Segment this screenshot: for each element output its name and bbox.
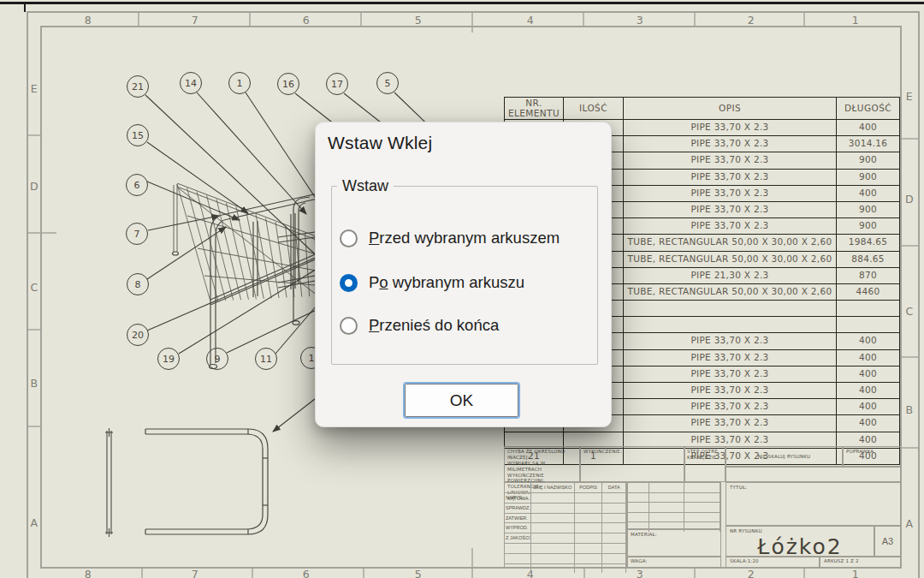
bom-cell [837,317,899,332]
radio-option-label: Przed wybranym arkuszem [369,229,560,247]
extra-cell [628,493,649,503]
signature-cell [505,564,531,574]
bom-cell: 400 [837,350,899,366]
bom-cell: 884.65 [837,252,899,267]
ok-button[interactable]: OK [403,382,520,419]
signature-cell [531,514,575,523]
balloon-8: 8 [127,273,149,295]
leg-foot [173,252,179,255]
bom-cell: 400 [837,399,899,414]
tolerance-notes: CHYBA ŻE OKREŚLONO INACZEJ:WYMIARY SĄ W … [504,446,580,482]
balloon-15: 15 [127,124,149,146]
balloon-16: 16 [277,73,299,95]
bom-cell: 400 [837,120,899,135]
bom-cell: 3014.16 [837,136,899,152]
signature-cell [602,554,626,563]
bom-cell: 400 [837,186,899,201]
extra-cell [628,503,649,512]
radio-option-2[interactable]: Po wybranym arkuszu [340,273,524,292]
signature-cell [531,523,575,533]
signature-cell [602,514,626,523]
signature-cell [505,483,531,492]
bom-cell: PIPE 33,70 X 2.3 [624,333,837,349]
extra-cell [649,513,684,522]
signature-grid: IMIĘ I NAZWISKOPODPISDATANARYS.SPRAWDZ.Z… [504,482,627,568]
signature-cell: Z JAKOŚCI [505,533,531,543]
bom-cell: PIPE 33,70 X 2.3 [624,152,837,168]
signature-cell: DATA [602,483,626,492]
extra-cell [649,503,684,512]
signature-cell: IMIĘ I NAZWISKO [531,483,575,492]
bom-cell: 400 [837,366,899,382]
signature-cell: SPRAWDZ. [505,504,531,513]
drawing-sheet-view: 8765432187654321EDCBAEDCBA [0,0,924,578]
radio-unselected-icon[interactable] [340,317,358,335]
bom-header-len: DŁUGOŚĆ [837,98,899,119]
radio-selected-icon[interactable] [340,274,358,292]
bom-cell: PIPE 33,70 X 2.3 [624,170,837,185]
bom-cell: PIPE 33,70 X 2.3 [624,366,837,382]
signature-cell [531,554,575,563]
signature-cell: WYPROD. [505,523,531,533]
bom-cell [624,317,837,332]
drawing-number-cell: NR RYSUNKU Łóżko2 [726,526,874,557]
deburr-cell: STĘP OSTREKRAWĘDZIE [684,446,726,482]
signature-cell [575,533,603,543]
signature-cell [602,533,626,543]
radio-option-label: Przenieś do końca [369,316,499,335]
balloon-1: 1 [228,72,251,94]
title-block: CHYBA ŻE OKREŚLONO INACZEJ:WYMIARY SĄ W … [504,446,901,568]
signature-cell [505,544,531,553]
bom-cell: TUBE, RECTANGULAR 50,00 X 30,00 X 2,60 [624,284,837,300]
bom-header-opis: OPIS [624,98,837,119]
radio-unselected-icon[interactable] [340,229,358,247]
signature-cell [602,523,626,533]
signature-cell: PODPIS [575,483,603,492]
balloon-14: 14 [180,72,202,94]
signature-cell [575,504,603,513]
balloon-5: 5 [376,72,399,94]
signature-cell [575,523,603,533]
radio-option-3[interactable]: Przenieś do końca [340,316,499,335]
bom-cell: 400 [837,415,899,431]
bom-cell: PIPE 33,70 X 2.3 [624,186,837,201]
bar-side-view [105,428,113,537]
insert-paste-dialog: Wstaw Wklej Wstaw OK Przed wybranym arku… [315,122,612,427]
signature-cell [575,514,603,523]
finish-cell: WYKOŃCZENIE: [580,446,684,482]
signature-cell [531,533,575,543]
bom-cell: PIPE 33,70 X 2.3 [624,415,837,431]
bom-header-qty: ILOŚĆ [564,98,624,119]
scale-cell: SKALA:1:20 [726,557,820,568]
radio-option-1[interactable]: Przed wybranym arkuszem [340,229,560,247]
weight-cell: WAGA: [627,557,721,568]
signature-cell [602,493,626,503]
signature-cell: NARYS. [505,493,531,503]
bom-header-nr: NR. ELEMENTU [505,98,564,119]
u-tube-detail-view [145,429,268,534]
extra-cell [684,493,720,503]
radio-option-label: Po wybranym arkuszu [369,273,524,292]
sheet-count-cell: ARKUSZ 1 Z 2 [820,557,901,568]
balloon-20: 20 [127,324,149,346]
signature-cell [575,554,603,563]
material-cell: MATERIAŁ: [627,529,721,557]
bom-cell: PIPE 33,70 X 2.3 [624,218,837,234]
bom-cell: 870 [837,268,899,283]
extra-cell [684,513,720,522]
bom-row-20: PIPE 33,70 X 2.3400 [505,432,899,448]
dialog-title: Wstaw Wklej [328,133,432,153]
bom-header-row: NR. ELEMENTU ILOŚĆ OPIS DŁUGOŚĆ [505,98,899,119]
signature-cell [575,544,603,553]
bom-cell: PIPE 33,70 X 2.3 [624,383,837,398]
extra-cell [684,483,720,492]
signature-cell [575,564,603,574]
bom-cell: 400 [837,333,899,349]
bom-cell: PIPE 33,70 X 2.3 [624,350,837,366]
signature-cell: ZATWIER. [505,514,531,523]
bom-cell: 900 [837,218,899,234]
insert-options-group: Wstaw [331,177,598,365]
bom-cell: 1984.65 [837,235,899,250]
extra-cell [628,483,649,492]
signature-cell [505,554,531,563]
